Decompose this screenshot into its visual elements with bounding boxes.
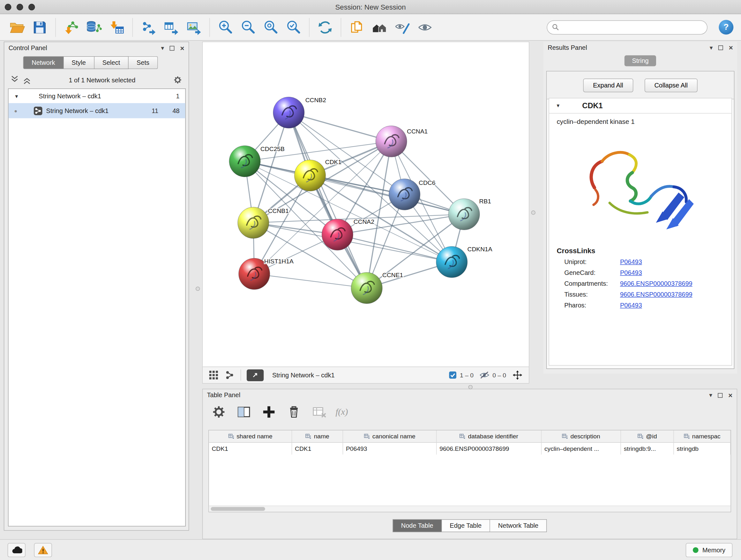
collapse-panel-icon[interactable]: ▾ xyxy=(709,392,712,398)
column-header--id[interactable]: @id xyxy=(621,430,674,442)
eye-pencil-icon xyxy=(394,19,410,35)
help-button[interactable]: ? xyxy=(719,20,733,35)
zoom-fit-button[interactable] xyxy=(261,18,280,37)
column-header-database-identifier[interactable]: database identifier xyxy=(436,430,542,442)
column-header-canonical-name[interactable]: canonical name xyxy=(343,430,436,442)
node-CCNA1[interactable] xyxy=(376,126,407,157)
float-panel-icon[interactable] xyxy=(718,393,723,397)
edge-HIST1H1A-CCNE1[interactable] xyxy=(254,274,367,288)
control-panel-title: Control Panel xyxy=(9,44,47,51)
splitter-handle[interactable] xyxy=(531,210,535,214)
string-style-button[interactable] xyxy=(393,18,412,37)
crosslink-link[interactable]: P06493 xyxy=(620,269,642,276)
column-header-shared-name[interactable]: shared name xyxy=(209,430,292,442)
node-RB1[interactable] xyxy=(448,199,480,230)
delete-column-button[interactable] xyxy=(285,403,302,421)
node-CCNB1[interactable] xyxy=(238,207,269,239)
network-collection-row[interactable]: ▼ String Network – cdk1 1 xyxy=(9,89,185,103)
table-cell[interactable]: stringdb xyxy=(674,443,731,455)
tab-edge-table[interactable]: Edge Table xyxy=(442,519,490,532)
table-cell[interactable]: stringdb:9... xyxy=(621,443,674,455)
splitter-handle[interactable] xyxy=(468,385,473,389)
cloud-status-button[interactable] xyxy=(8,543,25,557)
edge-CCNA2-CDKN1A[interactable] xyxy=(337,235,452,262)
search-box[interactable] xyxy=(547,20,707,34)
table-settings-button[interactable] xyxy=(210,403,227,421)
show-columns-button[interactable] xyxy=(235,403,252,421)
warnings-button[interactable] xyxy=(34,543,52,557)
zoom-in-button[interactable] xyxy=(216,18,235,37)
collapse-all-networks-icon[interactable] xyxy=(10,75,19,85)
tab-network-table[interactable]: Network Table xyxy=(490,519,547,532)
node-CDKN1A[interactable] xyxy=(436,246,468,278)
table-cell[interactable]: CDK1 xyxy=(292,443,343,455)
node-CDK1[interactable] xyxy=(294,160,326,191)
table-horizontal-scrollbar[interactable] xyxy=(209,506,731,512)
table-cell[interactable]: P06493 xyxy=(343,443,436,455)
float-panel-icon[interactable] xyxy=(718,45,723,50)
show-graphics-details-button[interactable] xyxy=(415,18,434,37)
collapse-panel-icon[interactable]: ▾ xyxy=(161,45,164,51)
crosslink-link[interactable]: 9606.ENSP00000378699 xyxy=(620,280,692,287)
table-cell[interactable]: CDK1 xyxy=(209,443,292,455)
column-header-namespac[interactable]: namespac xyxy=(674,430,731,442)
tab-network[interactable]: Network xyxy=(23,56,64,69)
node-CCNB2[interactable] xyxy=(273,97,305,128)
close-panel-icon[interactable]: × xyxy=(728,392,732,399)
network-row[interactable]: ● String Network – cdk1 11 48 xyxy=(9,103,185,118)
open-in-window-button[interactable] xyxy=(247,369,264,381)
tab-select[interactable]: Select xyxy=(94,56,128,69)
gene-card-header[interactable]: ▼ CDK1 xyxy=(549,98,732,113)
crosslink-link[interactable]: 9606.ENSP00000378699 xyxy=(620,291,692,298)
float-panel-icon[interactable] xyxy=(170,46,175,51)
crosslink-link[interactable]: P06493 xyxy=(620,258,642,265)
fit-move-icon[interactable] xyxy=(512,369,523,381)
save-session-button[interactable] xyxy=(30,18,49,37)
memory-button[interactable]: Memory xyxy=(686,543,732,557)
table-row[interactable]: CDK1CDK1P064939606.ENSP00000378699cyclin… xyxy=(209,443,731,455)
tab-node-table[interactable]: Node Table xyxy=(393,519,442,532)
node-CDC25B[interactable] xyxy=(229,145,260,177)
network-overview-icon[interactable] xyxy=(224,370,235,380)
create-column-button[interactable] xyxy=(260,403,277,421)
open-session-button[interactable] xyxy=(8,18,26,37)
edge-CDK1-RB1[interactable] xyxy=(310,176,464,214)
import-network-database-button[interactable] xyxy=(84,18,104,37)
expand-all-button[interactable]: Expand All xyxy=(583,78,633,92)
expand-all-networks-icon[interactable] xyxy=(22,75,32,85)
apply-layout-button[interactable] xyxy=(316,18,334,37)
table-cell[interactable]: 9606.ENSP00000378699 xyxy=(436,443,542,455)
zoom-out-button[interactable] xyxy=(239,18,258,37)
tab-style[interactable]: Style xyxy=(64,56,94,69)
node-CCNE1[interactable] xyxy=(351,272,382,304)
node-CCNA2[interactable] xyxy=(322,219,353,250)
tab-string[interactable]: String xyxy=(624,55,657,66)
collapse-panel-icon[interactable]: ▾ xyxy=(710,44,713,51)
zoom-selected-button[interactable] xyxy=(284,18,303,37)
close-panel-icon[interactable]: × xyxy=(729,44,733,51)
table-cell[interactable]: cyclin–dependent ... xyxy=(542,443,621,455)
node-CDC6[interactable] xyxy=(389,179,420,210)
duplicate-document-button[interactable] xyxy=(347,18,366,37)
scrollbar-thumb[interactable] xyxy=(211,507,265,511)
edge-CCNB2-CCNE1[interactable] xyxy=(289,113,367,288)
import-network-file-button[interactable] xyxy=(62,18,81,37)
crosslink-link[interactable]: P06493 xyxy=(620,302,642,309)
string-home-button[interactable] xyxy=(370,18,389,37)
close-panel-icon[interactable]: × xyxy=(180,44,185,51)
collapse-section-icon[interactable]: ▼ xyxy=(556,103,560,108)
network-graph[interactable]: CCNB2CCNA1CDC25BCDK1CDC6RB1CCNB1CCNA2CDK… xyxy=(203,42,529,367)
tree-expand-icon[interactable]: ▼ xyxy=(14,94,19,99)
column-header-name[interactable]: name xyxy=(292,430,343,442)
collapse-all-button[interactable]: Collapse All xyxy=(644,78,697,92)
splitter-handle[interactable] xyxy=(196,287,200,291)
search-input[interactable] xyxy=(562,23,702,30)
column-header-description[interactable]: description xyxy=(542,430,621,442)
birdseye-grid-icon[interactable] xyxy=(208,370,219,380)
import-table-button[interactable] xyxy=(107,18,126,37)
export-network-button[interactable] xyxy=(139,18,158,37)
export-table-button[interactable] xyxy=(161,18,180,37)
export-image-button[interactable] xyxy=(185,18,203,37)
network-options-gear-icon[interactable] xyxy=(173,75,183,85)
tab-sets[interactable]: Sets xyxy=(129,56,158,69)
